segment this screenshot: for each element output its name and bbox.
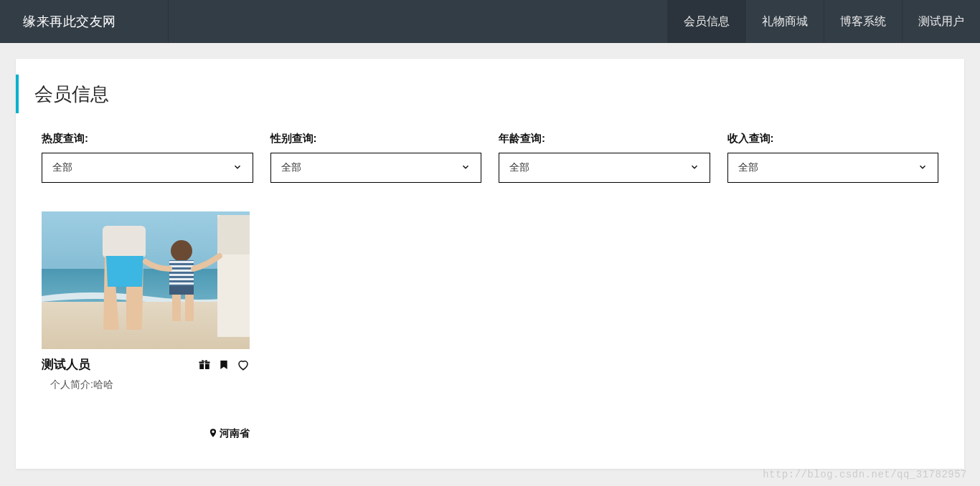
filter-income: 收入查询: 全部 [727,132,939,183]
nav-test-user[interactable]: 测试用户 [902,0,980,43]
chevron-down-icon [689,162,699,174]
filter-heat: 热度查询: 全部 [42,132,253,183]
filter-income-value: 全部 [738,161,758,174]
chevron-down-icon [918,162,928,174]
filter-gender-label: 性别查询: [270,132,482,146]
member-head-row: 测试人员 [42,356,250,373]
members-grid: 测试人员 个人简介:哈哈 河南省 [42,211,938,440]
filter-heat-value: 全部 [52,161,72,174]
filter-heat-label: 热度查询: [42,132,253,146]
svg-rect-17 [204,361,205,369]
member-action-icons [198,358,250,371]
member-card[interactable]: 测试人员 个人简介:哈哈 河南省 [42,211,250,440]
chevron-down-icon [461,162,471,174]
filter-age-value: 全部 [509,161,529,174]
page-title-wrap: 会员信息 [16,75,938,113]
svg-rect-3 [103,226,146,258]
page-title: 会员信息 [34,82,109,107]
main-card: 会员信息 热度查询: 全部 性别查询: 全部 年龄查询: [16,59,964,469]
location-pin-icon [208,428,218,440]
filter-income-label: 收入查询: [727,132,939,146]
top-navbar: 缘来再此交友网 会员信息 礼物商城 博客系统 测试用户 [0,0,980,43]
filter-age: 年龄查询: 全部 [499,132,710,183]
svg-point-6 [171,240,192,262]
filter-gender-value: 全部 [281,161,301,174]
chevron-down-icon [232,162,242,174]
nav-member-info[interactable]: 会员信息 [667,0,745,43]
watermark: http://blog.csdn.net/qq_31782957 [763,469,967,480]
filter-heat-select[interactable]: 全部 [42,153,253,183]
member-name: 测试人员 [42,356,90,373]
nav-gift-mall[interactable]: 礼物商城 [745,0,824,43]
member-location: 河南省 [42,427,250,440]
svg-rect-15 [205,363,209,369]
member-photo[interactable] [42,211,250,349]
heart-icon[interactable] [237,358,250,371]
filter-income-select[interactable]: 全部 [727,153,939,183]
filter-gender: 性别查询: 全部 [270,132,482,183]
filters-row: 热度查询: 全部 性别查询: 全部 年龄查询: 全部 [42,132,938,183]
svg-rect-14 [199,363,204,369]
gift-icon[interactable] [198,358,211,371]
filter-gender-select[interactable]: 全部 [270,153,482,183]
nav-blog-system[interactable]: 博客系统 [824,0,902,43]
bookmark-icon[interactable] [218,358,230,371]
svg-rect-5 [217,215,250,254]
member-location-text: 河南省 [220,427,250,440]
member-intro: 个人简介:哈哈 [50,378,250,391]
brand[interactable]: 缘来再此交友网 [0,0,169,43]
svg-rect-11 [169,286,194,295]
svg-rect-8 [169,260,194,290]
filter-age-label: 年龄查询: [499,132,710,146]
filter-age-select[interactable]: 全部 [499,153,710,183]
